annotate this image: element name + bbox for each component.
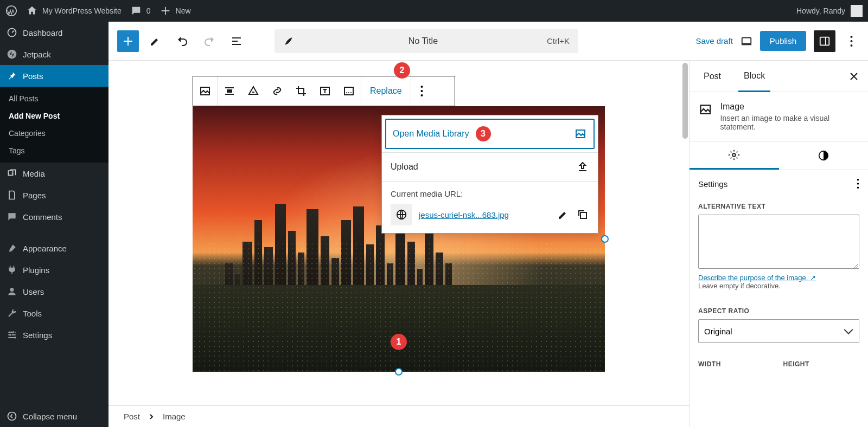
section-more-button[interactable]	[857, 179, 859, 189]
save-draft-button[interactable]: Save draft	[695, 36, 732, 46]
comments-link[interactable]: 0	[130, 5, 151, 17]
upload-option[interactable]: Upload	[382, 152, 598, 181]
align-button[interactable]	[218, 76, 241, 106]
comments-count: 0	[146, 7, 151, 15]
redo-button[interactable]	[199, 30, 220, 52]
kebab-icon	[420, 86, 423, 96]
title-search-box[interactable]: No Title Ctrl+K	[275, 29, 578, 53]
sidebar-item-dashboard[interactable]: Dashboard	[0, 22, 108, 43]
svg-rect-14	[227, 89, 232, 93]
pencil-icon	[149, 35, 162, 48]
sub-categories[interactable]: Categories	[0, 125, 108, 142]
sidebar-label: Users	[23, 287, 44, 296]
aspect-ratio-select[interactable]: Original	[698, 319, 859, 343]
open-media-library[interactable]: Open Media Library 3	[385, 119, 595, 149]
crumb-image[interactable]: Image	[163, 412, 186, 421]
block-type-button[interactable]	[193, 76, 217, 106]
caption-button[interactable]	[241, 76, 265, 106]
crop-button[interactable]	[289, 76, 313, 106]
sub-add-new[interactable]: Add New Post	[0, 107, 108, 125]
svg-rect-26	[700, 105, 710, 113]
breadcrumb: Post Image	[108, 405, 689, 427]
svg-point-12	[850, 44, 852, 47]
sub-tags[interactable]: Tags	[0, 142, 108, 159]
toggle-panel-button[interactable]	[814, 30, 835, 52]
duotone-button[interactable]	[337, 76, 361, 106]
add-block-button[interactable]	[117, 30, 139, 52]
link-button[interactable]	[265, 76, 289, 106]
kebab-icon	[850, 36, 853, 47]
plus-icon	[122, 35, 135, 48]
tab-block[interactable]: Block	[738, 61, 770, 92]
wp-logo[interactable]	[5, 5, 17, 17]
media-url-link[interactable]: jesus-curiel-nsk...683.jpg	[419, 210, 550, 219]
aspect-ratio-label: ASPECT RATIO	[698, 307, 859, 315]
sidebar-item-comments[interactable]: Comments	[0, 206, 108, 228]
svg-point-21	[421, 90, 423, 92]
edit-url-button[interactable]	[557, 208, 570, 221]
sidebar-label: Appearance	[23, 244, 67, 253]
resize-handle-right[interactable]	[601, 235, 609, 243]
crumb-post[interactable]: Post	[124, 412, 140, 421]
shortcut-hint: Ctrl+K	[547, 36, 570, 46]
link-icon	[271, 85, 284, 98]
upload-label: Upload	[391, 162, 418, 172]
svg-point-29	[857, 179, 859, 181]
svg-rect-16	[344, 87, 353, 95]
quill-icon	[283, 36, 294, 47]
howdy-text[interactable]: Howdy, Randy	[796, 7, 845, 15]
filter-icon	[342, 85, 355, 98]
tab-post[interactable]: Post	[698, 62, 726, 91]
alt-help-text: Leave empty if decorative.	[698, 282, 781, 290]
settings-heading: Settings	[698, 179, 727, 189]
align-icon	[223, 85, 236, 98]
more-button[interactable]	[843, 30, 859, 52]
collapse-menu[interactable]: Collapse menu	[0, 405, 108, 427]
block-more-button[interactable]	[411, 76, 433, 106]
site-home[interactable]: My WordPress Website	[26, 5, 122, 17]
resize-handle-bottom[interactable]	[395, 368, 403, 376]
svg-point-7	[8, 412, 16, 420]
sidebar-item-settings[interactable]: Settings	[0, 324, 108, 346]
title-text: No Title	[299, 36, 547, 46]
sidebar-item-media[interactable]: Media	[0, 163, 108, 184]
open-media-label: Open Media Library	[393, 129, 469, 139]
sliders-icon	[7, 329, 17, 340]
avatar[interactable]	[851, 5, 863, 17]
undo-icon	[176, 35, 189, 48]
copy-url-button[interactable]	[576, 208, 589, 221]
sidebar-item-plugins[interactable]: Plugins	[0, 259, 108, 281]
settings-tab-button[interactable]	[690, 141, 779, 170]
outline-button[interactable]	[226, 30, 247, 52]
sidebar-item-pages[interactable]: Pages	[0, 184, 108, 206]
close-panel-button[interactable]	[848, 71, 859, 82]
undo-button[interactable]	[171, 30, 193, 52]
alt-help-link[interactable]: Describe the purpose of the image. ↗	[698, 274, 816, 282]
block-name: Image	[720, 102, 859, 112]
edit-mode-button[interactable]	[144, 30, 166, 52]
sidebar-item-jetpack[interactable]: Jetpack	[0, 43, 108, 65]
svg-point-2	[8, 50, 17, 59]
collapse-icon	[7, 411, 17, 422]
sidebar-label: Media	[23, 169, 45, 178]
jetpack-icon	[7, 49, 17, 60]
text-overlay-button[interactable]	[313, 76, 337, 106]
sidebar-item-tools[interactable]: Tools	[0, 302, 108, 324]
sidebar-item-appearance[interactable]: Appearance	[0, 237, 108, 259]
sub-all-posts[interactable]: All Posts	[0, 90, 108, 107]
alt-text-input[interactable]	[698, 215, 859, 269]
svg-point-20	[421, 86, 423, 88]
contrast-icon	[818, 150, 829, 161]
svg-point-31	[857, 186, 859, 189]
new-link[interactable]: New	[159, 5, 191, 17]
crop-icon	[295, 85, 308, 98]
sidebar-item-users[interactable]: Users	[0, 281, 108, 302]
sidebar-item-posts[interactable]: Posts	[0, 65, 108, 87]
publish-button[interactable]: Publish	[760, 31, 806, 51]
svg-rect-13	[201, 87, 209, 95]
styles-tab-button[interactable]	[779, 141, 869, 170]
preview-device-button[interactable]	[741, 35, 752, 47]
settings-panel: Post Block Image Insert an image to make…	[689, 61, 868, 427]
replace-button[interactable]: Replace	[361, 76, 411, 106]
height-label: HEIGHT	[783, 360, 860, 368]
